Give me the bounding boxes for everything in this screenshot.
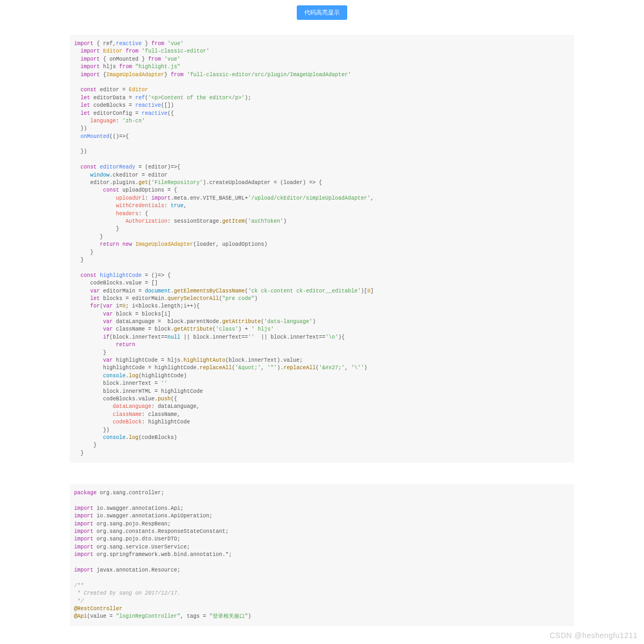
page-root: 代码高亮显示 import { ref,reactive } from 'vue…: [0, 0, 644, 644]
code-line: @RestController: [74, 605, 570, 613]
code-line: let codeBlocks = reactive([]): [74, 102, 570, 109]
code-line: @Api(value = "loginRegController", tags …: [74, 613, 570, 620]
code-line: import org.springframework.web.bind.anno…: [74, 551, 570, 559]
code-line: dataLanguage: dataLanguage,: [74, 403, 570, 411]
code-line: import io.swagger.annotations.ApiOperati…: [74, 513, 570, 520]
code-line: }: [74, 450, 570, 457]
header: 代码高亮显示: [70, 5, 574, 20]
code-line: const highlightCode = ()=> {: [74, 272, 570, 280]
code-line: */: [74, 598, 570, 605]
code-line: codeBlocks.value = []: [74, 280, 570, 287]
code-line: [74, 574, 570, 582]
code-line: }: [74, 225, 570, 233]
code-line: import Editor from 'full-classic-editor': [74, 48, 570, 55]
code-line: const uploadOptions = {: [74, 187, 570, 194]
code-line: const editor = Editor: [74, 86, 570, 94]
code-line: var block = blocks[i]: [74, 311, 570, 318]
code-line: import org.sang.service.UserService;: [74, 544, 570, 551]
code-line: headers: {: [74, 210, 570, 218]
code-block-js: import { ref,reactive } from 'vue' impor…: [70, 35, 574, 463]
code-line: import hljs from "highlight.js": [74, 63, 570, 71]
code-line: [74, 497, 570, 504]
code-line: import org.sang.pojo.dto.UserDTO;: [74, 536, 570, 543]
code-line: return new ImageUploadAdapter(loader, up…: [74, 241, 570, 248]
code-line: block.innerText = '': [74, 380, 570, 387]
code-line: let editorData = ref('<p>Content of the …: [74, 94, 570, 102]
code-line: withCredentials: true,: [74, 202, 570, 210]
code-line: onMounted(()=>{: [74, 133, 570, 141]
code-line: * Created by sang on 2017/12/17.: [74, 590, 570, 597]
code-line: import org.sang.constants.ResponseStateC…: [74, 528, 570, 536]
code-line: }): [74, 148, 570, 156]
code-line: var dataLanguage = block.parentNode.getA…: [74, 318, 570, 326]
code-line: className: className,: [74, 411, 570, 419]
code-line: [74, 559, 570, 567]
code-line: console.log(highlightCode): [74, 372, 570, 380]
code-line: editor.plugins.get('FileRepository').cre…: [74, 179, 570, 187]
code-line: var className = block.getAttribute('clas…: [74, 326, 570, 333]
code-line: let blocks = editorMain.querySelectorAll…: [74, 295, 570, 303]
code-line: window.ckeditor = editor: [74, 172, 570, 179]
code-line: }: [74, 249, 570, 257]
code-line: package org.sang.controller;: [74, 489, 570, 497]
code-line: import { onMounted } from 'vue': [74, 56, 570, 63]
code-block-java: package org.sang.controller; import io.s…: [70, 484, 574, 626]
code-line: [74, 141, 570, 148]
code-line: import io.swagger.annotations.Api;: [74, 505, 570, 513]
code-line: }): [74, 427, 570, 434]
code-line: language: 'zh-cn': [74, 118, 570, 125]
code-line: import { ref,reactive } from 'vue': [74, 40, 570, 48]
code-line: }): [74, 125, 570, 133]
code-line: }: [74, 442, 570, 449]
code-line: [74, 79, 570, 86]
code-line: highlightCode = highlightCode.replaceAll…: [74, 364, 570, 372]
code-line: if(block.innerText==null || block.innerT…: [74, 334, 570, 341]
code-line: console.log(codeBlocks): [74, 434, 570, 442]
code-line: Authorization: sessionStorage.getItem('a…: [74, 218, 570, 225]
code-line: }: [74, 349, 570, 357]
highlight-button[interactable]: 代码高亮显示: [297, 5, 347, 20]
code-line: uploadUrl: import.meta.env.VITE_BASE_URL…: [74, 195, 570, 202]
code-line: [74, 264, 570, 272]
code-line: }: [74, 257, 570, 264]
code-line: [74, 156, 570, 164]
code-line: return: [74, 341, 570, 349]
code-line: codeBlock: highlightCode: [74, 419, 570, 426]
watermark: CSDN @heshengfu1211: [550, 631, 638, 640]
code-line: const editorReady = (editor)=>{: [74, 164, 570, 171]
code-line: import javax.annotation.Resource;: [74, 567, 570, 574]
code-line: block.innerHTML = highlightCode: [74, 388, 570, 396]
code-line: /**: [74, 582, 570, 590]
code-line: import org.sang.pojo.RespBean;: [74, 521, 570, 528]
code-line: var editorMain = document.getElementsByC…: [74, 288, 570, 295]
code-line: var highlightCode = hljs.highlightAuto(b…: [74, 357, 570, 364]
code-line: codeBlocks.value.push({: [74, 396, 570, 403]
code-line: for(var i=0; i<blocks.length;i++){: [74, 303, 570, 310]
code-line: let editorConfig = reactive({: [74, 110, 570, 118]
code-line: }: [74, 233, 570, 241]
code-line: import {ImageUploadAdapter} from 'full-c…: [74, 71, 570, 79]
